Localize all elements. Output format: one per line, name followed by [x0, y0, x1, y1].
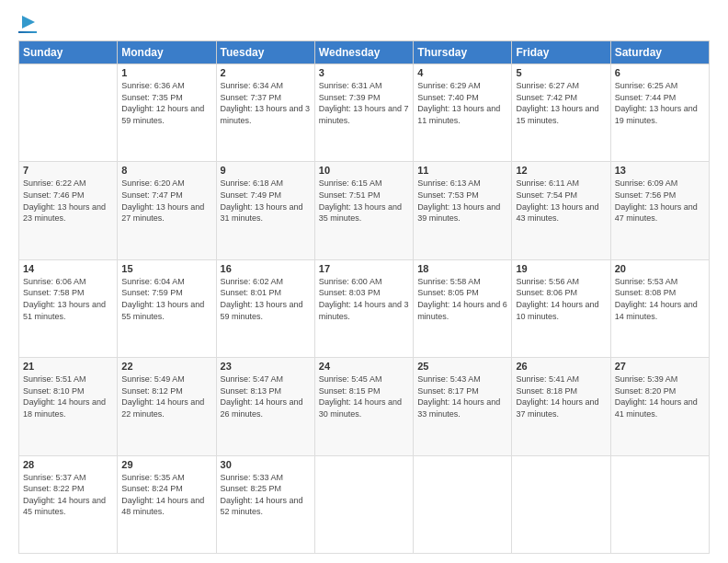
day-info: Sunrise: 5:47 AMSunset: 8:13 PMDaylight:… [221, 373, 311, 419]
day-info: Sunrise: 6:31 AMSunset: 7:39 PMDaylight:… [319, 80, 409, 126]
day-info: Sunrise: 6:04 AMSunset: 7:59 PMDaylight:… [121, 276, 211, 322]
day-number: 14 [23, 263, 113, 274]
day-number: 24 [319, 361, 409, 372]
day-number: 23 [221, 361, 311, 372]
day-info: Sunrise: 6:27 AMSunset: 7:42 PMDaylight:… [516, 80, 606, 126]
calendar-cell: 9 Sunrise: 6:18 AMSunset: 7:49 PMDayligh… [216, 162, 314, 259]
day-info: Sunrise: 6:36 AMSunset: 7:35 PMDaylight:… [121, 80, 211, 126]
days-header-row: SundayMondayTuesdayWednesdayThursdayFrid… [19, 41, 710, 64]
calendar-cell: 27 Sunrise: 5:39 AMSunset: 8:20 PMDaylig… [610, 358, 709, 455]
calendar-cell: 14 Sunrise: 6:06 AMSunset: 7:58 PMDaylig… [19, 259, 118, 357]
day-number: 17 [319, 263, 409, 274]
day-number: 10 [319, 165, 409, 176]
calendar-cell: 17 Sunrise: 6:00 AMSunset: 8:03 PMDaylig… [314, 259, 413, 357]
day-number: 8 [121, 165, 211, 176]
day-info: Sunrise: 6:06 AMSunset: 7:58 PMDaylight:… [23, 276, 113, 322]
calendar-cell: 16 Sunrise: 6:02 AMSunset: 8:01 PMDaylig… [216, 259, 314, 357]
week-row-2: 14 Sunrise: 6:06 AMSunset: 7:58 PMDaylig… [19, 259, 710, 357]
day-info: Sunrise: 6:15 AMSunset: 7:51 PMDaylight:… [319, 178, 409, 224]
calendar-cell: 20 Sunrise: 5:53 AMSunset: 8:08 PMDaylig… [610, 259, 709, 357]
calendar-cell: 15 Sunrise: 6:04 AMSunset: 7:59 PMDaylig… [118, 259, 216, 357]
day-header-tuesday: Tuesday [216, 41, 314, 64]
day-info: Sunrise: 5:49 AMSunset: 8:12 PMDaylight:… [121, 373, 211, 419]
calendar-cell: 12 Sunrise: 6:11 AMSunset: 7:54 PMDaylig… [512, 162, 610, 259]
calendar-cell: 7 Sunrise: 6:22 AMSunset: 7:46 PMDayligh… [19, 162, 118, 259]
day-number: 28 [23, 459, 113, 470]
day-number: 21 [23, 361, 113, 372]
logo-arrow-icon [20, 14, 37, 30]
day-header-monday: Monday [118, 41, 216, 64]
day-number: 4 [417, 67, 507, 78]
calendar-cell: 22 Sunrise: 5:49 AMSunset: 8:12 PMDaylig… [118, 358, 216, 455]
day-info: Sunrise: 6:25 AMSunset: 7:44 PMDaylight:… [615, 80, 705, 126]
day-info: Sunrise: 5:41 AMSunset: 8:18 PMDaylight:… [516, 373, 606, 419]
calendar-cell: 30 Sunrise: 5:33 AMSunset: 8:25 PMDaylig… [216, 455, 314, 553]
day-number: 3 [319, 67, 409, 78]
day-number: 7 [23, 165, 113, 176]
day-header-wednesday: Wednesday [314, 41, 413, 64]
calendar-table: SundayMondayTuesdayWednesdayThursdayFrid… [18, 40, 710, 554]
day-info: Sunrise: 6:20 AMSunset: 7:47 PMDaylight:… [121, 178, 211, 224]
day-info: Sunrise: 5:45 AMSunset: 8:15 PMDaylight:… [319, 373, 409, 419]
calendar-cell: 13 Sunrise: 6:09 AMSunset: 7:56 PMDaylig… [610, 162, 709, 259]
day-info: Sunrise: 6:13 AMSunset: 7:53 PMDaylight:… [417, 178, 507, 224]
calendar-cell: 26 Sunrise: 5:41 AMSunset: 8:18 PMDaylig… [512, 358, 610, 455]
calendar-cell [19, 64, 118, 162]
calendar-cell: 11 Sunrise: 6:13 AMSunset: 7:53 PMDaylig… [414, 162, 512, 259]
calendar-cell: 18 Sunrise: 5:58 AMSunset: 8:05 PMDaylig… [414, 259, 512, 357]
day-info: Sunrise: 6:29 AMSunset: 7:40 PMDaylight:… [417, 80, 507, 126]
day-number: 19 [516, 263, 606, 274]
day-number: 26 [516, 361, 606, 372]
day-info: Sunrise: 6:34 AMSunset: 7:37 PMDaylight:… [221, 80, 311, 126]
day-info: Sunrise: 6:11 AMSunset: 7:54 PMDaylight:… [516, 178, 606, 224]
day-info: Sunrise: 5:56 AMSunset: 8:06 PMDaylight:… [516, 276, 606, 322]
logo [18, 14, 37, 33]
calendar-cell: 25 Sunrise: 5:43 AMSunset: 8:17 PMDaylig… [414, 358, 512, 455]
day-info: Sunrise: 5:53 AMSunset: 8:08 PMDaylight:… [615, 276, 705, 322]
day-info: Sunrise: 5:37 AMSunset: 8:22 PMDaylight:… [23, 472, 113, 518]
calendar-cell [314, 455, 413, 553]
calendar-cell: 23 Sunrise: 5:47 AMSunset: 8:13 PMDaylig… [216, 358, 314, 455]
calendar-cell: 4 Sunrise: 6:29 AMSunset: 7:40 PMDayligh… [414, 64, 512, 162]
calendar-cell: 21 Sunrise: 5:51 AMSunset: 8:10 PMDaylig… [19, 358, 118, 455]
day-header-thursday: Thursday [414, 41, 512, 64]
day-number: 27 [615, 361, 705, 372]
day-info: Sunrise: 5:58 AMSunset: 8:05 PMDaylight:… [417, 276, 507, 322]
calendar-cell: 28 Sunrise: 5:37 AMSunset: 8:22 PMDaylig… [19, 455, 118, 553]
day-number: 9 [221, 165, 311, 176]
day-number: 29 [121, 459, 211, 470]
calendar-cell: 10 Sunrise: 6:15 AMSunset: 7:51 PMDaylig… [314, 162, 413, 259]
day-number: 11 [417, 165, 507, 176]
page: SundayMondayTuesdayWednesdayThursdayFrid… [0, 0, 728, 563]
calendar-cell: 8 Sunrise: 6:20 AMSunset: 7:47 PMDayligh… [118, 162, 216, 259]
day-info: Sunrise: 6:00 AMSunset: 8:03 PMDaylight:… [319, 276, 409, 322]
day-info: Sunrise: 6:18 AMSunset: 7:49 PMDaylight:… [221, 178, 311, 224]
day-header-friday: Friday [512, 41, 610, 64]
day-info: Sunrise: 6:09 AMSunset: 7:56 PMDaylight:… [615, 178, 705, 224]
day-header-sunday: Sunday [19, 41, 118, 64]
day-number: 30 [221, 459, 311, 470]
day-number: 1 [121, 67, 211, 78]
day-info: Sunrise: 5:51 AMSunset: 8:10 PMDaylight:… [23, 373, 113, 419]
week-row-1: 7 Sunrise: 6:22 AMSunset: 7:46 PMDayligh… [19, 162, 710, 259]
header [18, 14, 710, 33]
day-number: 15 [121, 263, 211, 274]
day-info: Sunrise: 5:33 AMSunset: 8:25 PMDaylight:… [221, 472, 311, 518]
week-row-0: 1 Sunrise: 6:36 AMSunset: 7:35 PMDayligh… [19, 64, 710, 162]
week-row-3: 21 Sunrise: 5:51 AMSunset: 8:10 PMDaylig… [19, 358, 710, 455]
day-header-saturday: Saturday [610, 41, 709, 64]
day-number: 18 [417, 263, 507, 274]
calendar-cell [512, 455, 610, 553]
calendar-cell: 5 Sunrise: 6:27 AMSunset: 7:42 PMDayligh… [512, 64, 610, 162]
day-info: Sunrise: 5:43 AMSunset: 8:17 PMDaylight:… [417, 373, 507, 419]
calendar-cell: 2 Sunrise: 6:34 AMSunset: 7:37 PMDayligh… [216, 64, 314, 162]
day-info: Sunrise: 6:02 AMSunset: 8:01 PMDaylight:… [221, 276, 311, 322]
day-info: Sunrise: 5:39 AMSunset: 8:20 PMDaylight:… [615, 373, 705, 419]
calendar-cell: 24 Sunrise: 5:45 AMSunset: 8:15 PMDaylig… [314, 358, 413, 455]
day-number: 12 [516, 165, 606, 176]
calendar-cell [414, 455, 512, 553]
day-number: 13 [615, 165, 705, 176]
day-number: 6 [615, 67, 705, 78]
calendar-cell: 6 Sunrise: 6:25 AMSunset: 7:44 PMDayligh… [610, 64, 709, 162]
day-info: Sunrise: 6:22 AMSunset: 7:46 PMDaylight:… [23, 178, 113, 224]
